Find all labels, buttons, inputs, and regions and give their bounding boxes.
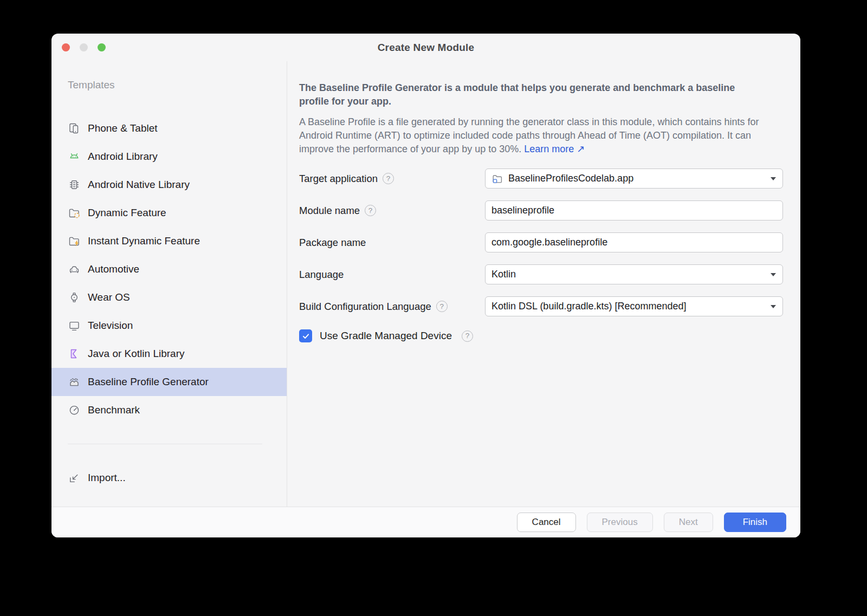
dialog-footer: Cancel Previous Next Finish: [51, 507, 800, 537]
help-icon[interactable]: ?: [462, 330, 473, 342]
check-icon: [301, 332, 310, 341]
phone-tablet-icon: [68, 122, 81, 135]
watch-icon: [68, 291, 81, 304]
module-config-panel: The Baseline Profile Generator is a modu…: [287, 61, 800, 507]
gradle-managed-device-checkbox[interactable]: [299, 329, 312, 342]
help-icon[interactable]: ?: [383, 173, 394, 184]
sidebar-divider: [68, 444, 262, 444]
gradle-managed-device-row: Use Gradle Managed Device ?: [299, 329, 783, 342]
language-row: Language Kotlin: [299, 264, 783, 284]
chip-icon: [68, 178, 81, 191]
sidebar-item-label: Java or Kotlin Library: [88, 348, 184, 360]
module-name-input[interactable]: [485, 200, 783, 221]
help-icon[interactable]: ?: [365, 205, 376, 216]
module-name-label: Module name ?: [299, 205, 485, 217]
import-label: Import...: [88, 472, 126, 484]
speedometer-icon: [68, 404, 81, 417]
create-new-module-dialog: Create New Module Templates Phone & Tabl…: [51, 34, 800, 537]
instant-dynamic-feature-icon: [68, 235, 81, 248]
sidebar-item-instant-dynamic-feature[interactable]: Instant Dynamic Feature: [51, 227, 287, 255]
tv-icon: [68, 319, 81, 332]
sidebar-item-android-native-library[interactable]: Android Native Library: [51, 171, 287, 199]
cancel-button[interactable]: Cancel: [517, 513, 576, 532]
chevron-down-icon: [771, 305, 776, 308]
car-icon: [68, 263, 81, 276]
baseline-chart-icon: [68, 375, 81, 388]
sidebar-item-label: Phone & Tablet: [88, 122, 158, 134]
dynamic-feature-icon: [68, 206, 81, 219]
sidebar-item-import[interactable]: Import...: [51, 464, 287, 492]
sidebar-item-label: Baseline Profile Generator: [88, 376, 209, 388]
build-config-row: Build Configuration Language ? Kotlin DS…: [299, 296, 783, 316]
build-config-dropdown[interactable]: Kotlin DSL (build.gradle.kts) [Recommend…: [485, 296, 783, 316]
package-name-row: Package name: [299, 232, 783, 252]
package-name-label: Package name: [299, 237, 485, 249]
zoom-button[interactable]: [98, 43, 106, 51]
language-label: Language: [299, 269, 485, 281]
sidebar-item-label: Automotive: [88, 263, 139, 275]
templates-sidebar: Templates Phone & TabletAndroid LibraryA…: [51, 61, 287, 507]
traffic-lights: [62, 43, 106, 51]
title-bar: Create New Module: [51, 34, 800, 61]
help-icon[interactable]: ?: [436, 301, 448, 312]
sidebar-item-baseline-profile-generator[interactable]: Baseline Profile Generator: [51, 368, 287, 396]
template-description-title: The Baseline Profile Generator is a modu…: [299, 81, 757, 108]
learn-more-link[interactable]: Learn more ↗: [524, 144, 585, 154]
external-link-icon: ↗: [577, 144, 585, 154]
module-form: Target application ? BaselineProfilesCod…: [299, 168, 783, 342]
import-icon: [68, 471, 81, 484]
sidebar-item-label: Television: [88, 320, 133, 332]
sidebar-item-phone-tablet[interactable]: Phone & Tablet: [51, 114, 287, 142]
chevron-down-icon: [771, 273, 776, 276]
sidebar-item-automotive[interactable]: Automotive: [51, 255, 287, 283]
android-icon: [68, 150, 81, 163]
sidebar-item-java-or-kotlin-library[interactable]: Java or Kotlin Library: [51, 340, 287, 368]
sidebar-item-television[interactable]: Television: [51, 312, 287, 340]
next-button[interactable]: Next: [664, 513, 713, 532]
target-application-row: Target application ? BaselineProfilesCod…: [299, 168, 783, 189]
package-name-input[interactable]: [485, 232, 783, 252]
build-config-label: Build Configuration Language ?: [299, 301, 485, 313]
module-name-row: Module name ?: [299, 200, 783, 221]
sidebar-item-label: Wear OS: [88, 291, 130, 303]
sidebar-item-label: Android Library: [88, 151, 158, 163]
kotlin-icon: [68, 347, 81, 360]
sidebar-item-label: Dynamic Feature: [88, 207, 166, 219]
language-value: Kotlin: [491, 269, 516, 280]
dialog-body: Templates Phone & TabletAndroid LibraryA…: [51, 61, 800, 507]
chevron-down-icon: [771, 177, 776, 180]
target-application-value: BaselineProfilesCodelab.app: [508, 173, 633, 184]
template-list: Phone & TabletAndroid LibraryAndroid Nat…: [51, 114, 287, 424]
build-config-value: Kotlin DSL (build.gradle.kts) [Recommend…: [491, 301, 687, 312]
module-folder-icon: [491, 173, 503, 185]
template-description-body: A Baseline Profile is a file generated b…: [299, 115, 766, 156]
language-dropdown[interactable]: Kotlin: [485, 264, 783, 284]
target-application-label: Target application ?: [299, 173, 485, 185]
previous-button[interactable]: Previous: [587, 513, 653, 532]
minimize-button[interactable]: [80, 43, 88, 51]
sidebar-item-dynamic-feature[interactable]: Dynamic Feature: [51, 199, 287, 227]
target-application-dropdown[interactable]: BaselineProfilesCodelab.app: [485, 168, 783, 189]
sidebar-item-label: Instant Dynamic Feature: [88, 235, 200, 247]
close-button[interactable]: [62, 43, 70, 51]
sidebar-item-benchmark[interactable]: Benchmark: [51, 396, 287, 424]
gradle-managed-device-label: Use Gradle Managed Device: [320, 330, 452, 342]
sidebar-item-label: Android Native Library: [88, 179, 190, 191]
page-title: Create New Module: [378, 42, 475, 54]
sidebar-item-label: Benchmark: [88, 404, 140, 416]
templates-header: Templates: [68, 79, 287, 91]
sidebar-item-android-library[interactable]: Android Library: [51, 142, 287, 171]
finish-button[interactable]: Finish: [724, 513, 786, 532]
sidebar-item-wear-os[interactable]: Wear OS: [51, 283, 287, 312]
